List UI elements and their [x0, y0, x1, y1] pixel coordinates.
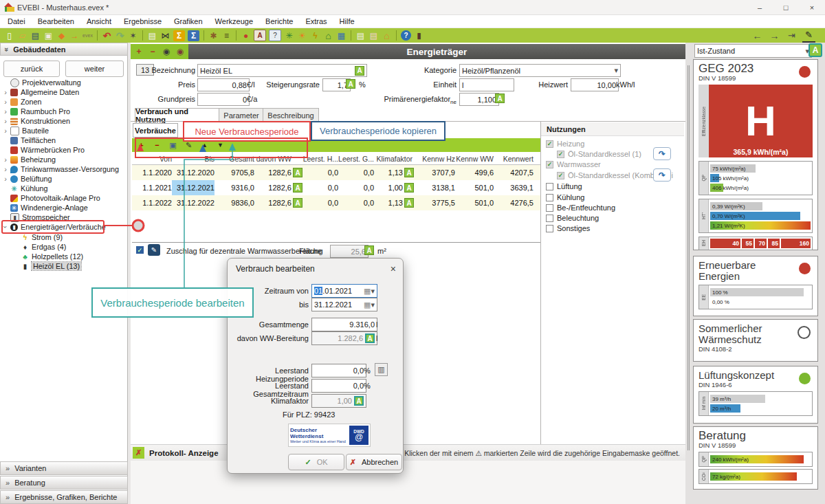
nutzung-warmwasser[interactable]: Warmwasser	[546, 160, 601, 168]
menu-datei[interactable]: Datei	[1, 17, 32, 25]
sidebar-item-energietraeger[interactable]: ▮Energieträger/Verbräuche	[1, 222, 126, 232]
auto-badge[interactable]: A	[354, 396, 364, 406]
sidebar-item-waermebruecken[interactable]: Wärmebrücken Pro	[1, 145, 126, 155]
chevron-down-icon[interactable]	[371, 287, 375, 296]
goto-record-icon[interactable]: ⇥	[785, 30, 798, 42]
open-folder-icon[interactable]: ▱	[16, 30, 29, 42]
house-energy-icon[interactable]: ⌂	[322, 30, 335, 42]
subtab-verbraeuche[interactable]: Verbräuche	[133, 123, 178, 138]
nutzung-lueftung[interactable]: Lüftung	[546, 182, 582, 190]
copy-period-icon[interactable]: ▣	[167, 140, 179, 151]
pef-input[interactable]: 1,100	[459, 93, 499, 106]
nutzung-kuehlung[interactable]: Kühlung	[546, 193, 584, 201]
panel-beratung[interactable]: »Beratung	[0, 476, 128, 490]
dialog-close-icon[interactable]: ×	[390, 263, 396, 274]
protokoll-close-icon[interactable]	[133, 447, 144, 459]
parameter-box-icon[interactable]: ?	[269, 30, 281, 41]
chevron-down-icon[interactable]	[371, 300, 375, 309]
calendar-icon[interactable]	[364, 300, 371, 309]
sidebar-item-windenergie[interactable]: ✳Windenergie-Anlage	[1, 203, 126, 212]
calendar-icon[interactable]	[364, 287, 371, 296]
sidebar-item-zonen[interactable]: Zonen	[1, 97, 126, 107]
sidebar-item-strom[interactable]: ϟStrom (9)	[1, 232, 138, 242]
sum-blue-icon[interactable]: Σ	[188, 30, 199, 41]
nutzung-oel-standardkessel-1[interactable]: Öl-Standardkessel (1)	[557, 150, 641, 158]
menu-werkzeuge[interactable]: Werkzeuge	[209, 17, 259, 25]
sun-icon[interactable]: ☀	[296, 30, 309, 42]
sidebar-item-projektverwaltung[interactable]: Projektverwaltung	[1, 78, 126, 87]
kfw-box-icon[interactable]: ▦	[335, 30, 348, 42]
sidebar-item-bauteile[interactable]: Bauteile	[1, 126, 126, 135]
database-icon[interactable]: ◉	[160, 46, 173, 58]
table-row[interactable]: 1.1.202131.12.20219316,01282,6A0,00,01,0…	[132, 180, 540, 195]
sidebar-item-belueftung[interactable]: Belüftung	[1, 174, 126, 184]
klimafaktor-input[interactable]: 1,00A	[311, 394, 366, 408]
auto-badge[interactable]: A	[293, 168, 302, 177]
sidebar-item-stromspeicher[interactable]: ▮Stromspeicher	[1, 212, 126, 222]
close-button[interactable]: ×	[799, 0, 825, 15]
menu-grafiken[interactable]: Grafiken	[168, 17, 209, 25]
copy-icon[interactable]: ▣	[42, 30, 55, 42]
sidebar-item-photovoltaik[interactable]: Photovoltaik-Anlage Pro	[1, 193, 126, 203]
a-box-icon[interactable]: A	[254, 30, 266, 41]
heizwert-input[interactable]: 10,00	[571, 78, 619, 91]
next-nav-button[interactable]: weiter	[65, 61, 124, 77]
delete-period-icon[interactable]: −	[151, 140, 163, 151]
lightning-icon[interactable]: ϟ	[309, 30, 322, 42]
preis-input[interactable]: 0,88	[197, 78, 250, 91]
kategorie-select[interactable]: Heizöl/Pflanzenöl	[459, 64, 621, 77]
menu-berichte[interactable]: Berichte	[259, 17, 299, 25]
sidebar-item-konstruktionen[interactable]: Konstruktionen	[1, 116, 126, 126]
auto-badge[interactable]: A	[404, 168, 414, 177]
compare-icon[interactable]: ⋈	[159, 30, 172, 42]
ww-input[interactable]: 1.282,6A	[311, 331, 377, 345]
table-row[interactable]: 1.1.202231.12.20229836,01282,6A0,00,01,1…	[132, 195, 540, 210]
menu-hilfe[interactable]: Hilfe	[333, 17, 361, 25]
ok-button[interactable]: OK	[288, 454, 344, 470]
add-period-icon[interactable]: +	[135, 140, 147, 151]
zuschlag-checkbox[interactable]	[136, 246, 144, 254]
sidebar-item-raumbuch[interactable]: Raumbuch Pro	[1, 107, 126, 116]
redo-icon[interactable]: ↷	[113, 30, 126, 42]
cancel-button[interactable]: Abbrechen	[346, 454, 402, 470]
bezeichnung-input[interactable]: Heizöl EL A	[197, 64, 367, 77]
auto-badge[interactable]: A	[404, 198, 414, 208]
grundpreis-input[interactable]: 0	[197, 93, 250, 106]
delete-record-icon[interactable]: −	[146, 46, 159, 58]
leerstand-ges-input[interactable]: 0,0	[311, 379, 366, 393]
database-delete-icon[interactable]: ◉	[174, 46, 186, 58]
menu-bearbeiten[interactable]: Bearbeiten	[32, 17, 80, 25]
nutzung-heizung[interactable]: Heizung	[546, 140, 584, 148]
help-icon[interactable]: ?	[401, 30, 411, 41]
magic-wand-icon[interactable]: ✶	[126, 30, 140, 42]
sidebar-header[interactable]: » Gebäudedaten	[0, 43, 128, 56]
menu-ansicht[interactable]: Ansicht	[80, 17, 118, 25]
new-file-icon[interactable]: ▯	[3, 30, 16, 42]
back-icon[interactable]: ←	[751, 30, 764, 42]
nutzung-beleuchtung[interactable]: Beleuchtung	[546, 214, 599, 222]
sidebar-item-allgemeine-daten[interactable]: Allgemeine Daten	[1, 87, 126, 97]
panel-ergebnisse[interactable]: »Ergebnisse, Grafiken, Berichte	[0, 490, 128, 504]
import-brush-icon[interactable]: ◆	[55, 30, 68, 42]
edit-pencil-icon[interactable]: ✎	[148, 244, 160, 256]
sidebar-item-erdgas[interactable]: ♦Erdgas (4)	[1, 242, 138, 252]
zeitraum-von-input[interactable]: 01.01.2021	[311, 284, 377, 298]
auto-badge[interactable]: A	[346, 79, 355, 89]
table-row[interactable]: 1.1.202031.12.20209705,81282,6A0,00,01,1…	[132, 165, 540, 180]
minimize-button[interactable]: –	[747, 0, 773, 15]
sidebar-item-heizoel[interactable]: ▮Heizöl EL (13)	[1, 261, 138, 271]
sum-yellow-icon[interactable]: Σ	[173, 30, 185, 41]
forward-icon[interactable]: →	[768, 30, 781, 42]
auto-badge[interactable]: A	[355, 66, 364, 76]
sidebar-item-beheizung[interactable]: Beheizung	[1, 155, 126, 164]
report-icon[interactable]: ▤	[146, 30, 159, 42]
menu-ergebnisse[interactable]: Ergebnisse	[118, 17, 168, 25]
fan-icon[interactable]: ✳	[283, 30, 296, 42]
door-icon[interactable]: ▮	[412, 30, 426, 42]
sidebar-item-teilflaechen[interactable]: Teilflächen	[1, 135, 126, 145]
refresh-icon[interactable]: ↷	[653, 168, 671, 182]
calculator-icon[interactable]: ▥	[375, 363, 388, 376]
nutzung-sonstiges[interactable]: Sonstiges	[546, 224, 590, 232]
helmet-icon[interactable]: ●	[239, 30, 252, 42]
splitter-handle[interactable]	[688, 65, 690, 450]
